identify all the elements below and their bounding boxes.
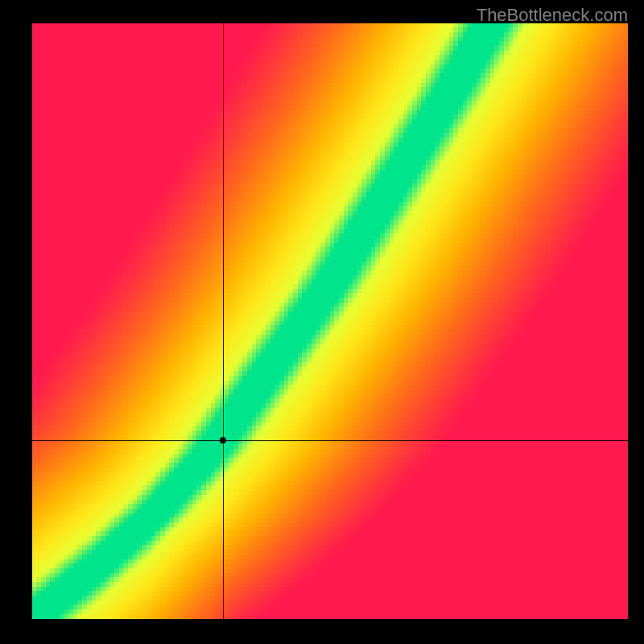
bottleneck-heatmap [32,23,628,619]
watermark-text: TheBottleneck.com [477,5,628,26]
heatmap-canvas [32,23,628,619]
